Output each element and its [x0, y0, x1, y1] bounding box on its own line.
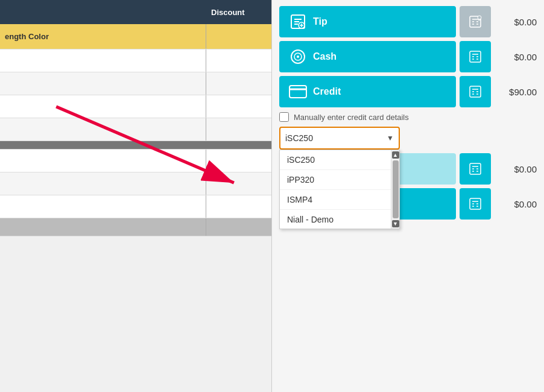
cash-calc-button[interactable]: [460, 41, 491, 72]
cash-label: Cash: [313, 51, 337, 62]
left-panel: Discount ength Color: [0, 0, 271, 392]
col-divider: [206, 218, 206, 236]
dropdown-item-niall-demo[interactable]: Niall - Demo: [280, 210, 391, 229]
col-divider: [206, 195, 206, 218]
dropdown-items: iSC250 iPP320 ISMP4 Niall - Demo: [280, 150, 391, 229]
svg-point-15: [478, 16, 481, 19]
device-dropdown-container: iSC250 ▼ iSC250 iPP320 ISMP4 Niall - Dem…: [279, 127, 537, 150]
table-row: [0, 49, 271, 72]
svg-rect-28: [470, 86, 481, 97]
col-divider: [206, 24, 206, 49]
dropdown-arrow-icon: ▼: [387, 134, 394, 142]
svg-rect-26: [289, 86, 306, 98]
table-row: [0, 150, 271, 172]
svg-rect-37: [470, 163, 481, 174]
tip-amount: $0.00: [495, 17, 537, 27]
table-header: Discount: [0, 0, 271, 24]
credit-calc-button[interactable]: [460, 76, 491, 107]
col-divider: [206, 118, 206, 141]
cash-row: Cash $0.00: [279, 41, 537, 72]
dropdown-item-ismp4[interactable]: ISMP4: [280, 190, 391, 210]
table-row-separator: [0, 141, 271, 150]
table-row: [0, 195, 271, 218]
credit-amount: $90.00: [495, 87, 537, 97]
tip-calc-button[interactable]: [460, 6, 491, 37]
tip-icon: [289, 13, 307, 31]
table-row: [0, 72, 271, 95]
table-row: [0, 95, 271, 118]
manually-enter-label: Manually enter credit card details: [294, 113, 409, 122]
tip-label: Tip: [313, 16, 327, 27]
table-row: ength Color: [0, 24, 271, 49]
credit-icon: [289, 83, 307, 101]
credit-row: Credit $90.00: [279, 76, 537, 107]
cash-amount: $0.00: [495, 52, 537, 62]
dropdown-selected-value: iSC250: [285, 133, 313, 143]
discount-column-header: Discount: [205, 0, 271, 24]
col-divider: [206, 72, 206, 95]
col-divider: [206, 172, 206, 195]
device-dropdown[interactable]: iSC250 ▼: [279, 127, 400, 150]
row-label: ength Color: [0, 32, 49, 41]
table-row: [0, 172, 271, 195]
credit-button[interactable]: Credit: [279, 76, 456, 107]
tip-row: Tip $0.00: [279, 6, 537, 37]
right-panel: Tip $0.00: [271, 0, 544, 392]
tip-button[interactable]: Tip: [279, 6, 456, 37]
svg-rect-20: [470, 51, 481, 62]
dropdown-item-isc250[interactable]: iSC250: [280, 150, 391, 170]
cash-icon: [289, 48, 307, 66]
svg-rect-51: [470, 198, 481, 209]
table-body: ength Color: [0, 24, 271, 236]
dropdown-scrollbar[interactable]: ▲ ▼: [391, 150, 399, 229]
col-divider: [206, 95, 206, 118]
credit-label: Credit: [313, 86, 341, 97]
dropdown-list: iSC250 iPP320 ISMP4 Niall - Demo ▲ ▼: [279, 150, 400, 229]
account-amount: $0.00: [495, 164, 537, 174]
account-calc-button[interactable]: [460, 153, 491, 185]
col-divider: [206, 49, 206, 72]
dropdown-item-ipp320[interactable]: iPP320: [280, 170, 391, 190]
cash-button[interactable]: Cash: [279, 41, 456, 72]
table-row: [0, 218, 271, 236]
table-row: [0, 118, 271, 141]
discover-calc-button[interactable]: [460, 188, 491, 220]
svg-point-19: [297, 55, 299, 58]
manually-enter-checkbox[interactable]: [279, 112, 289, 122]
manually-enter-row: Manually enter credit card details: [279, 111, 537, 123]
col-divider: [206, 150, 206, 172]
discover-amount: $0.00: [495, 199, 537, 209]
